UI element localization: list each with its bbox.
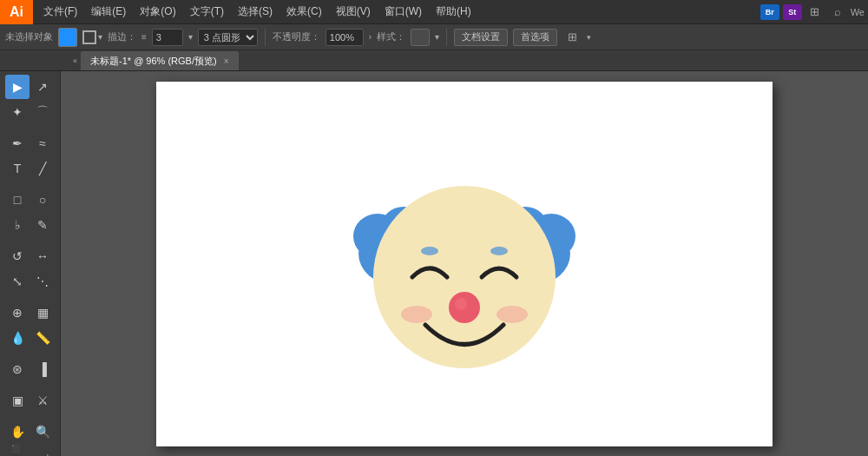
tool-row-7: ↺ ↔ xyxy=(5,244,55,268)
gradient-tool[interactable]: ▦ xyxy=(30,301,55,325)
select-tool[interactable]: ▶ xyxy=(5,75,30,99)
control-bar: 未选择对象 ▾ 描边： ≡ ▾ 3 点圆形 不透明度： › 样式： ▾ 文档设置… xyxy=(0,24,868,50)
lasso-tool[interactable]: ⌒ xyxy=(30,100,55,124)
tool-row-2: ✦ ⌒ xyxy=(5,100,55,124)
direct-select-tool[interactable]: ↗ xyxy=(30,75,55,99)
app-title: We xyxy=(851,7,865,17)
eyedropper-tool[interactable]: 💧 xyxy=(5,326,30,350)
stroke-color-btn[interactable] xyxy=(82,30,96,44)
svg-point-11 xyxy=(401,306,432,323)
stroke-width-input[interactable] xyxy=(152,29,183,46)
menu-object[interactable]: 对象(O) xyxy=(133,0,182,24)
doc-settings-btn[interactable]: 文档设置 xyxy=(454,29,508,46)
shear-tool[interactable]: ⋱ xyxy=(30,269,55,294)
artboard-tool[interactable]: ▣ xyxy=(5,388,30,413)
magic-wand-tool[interactable]: ✦ xyxy=(5,100,30,124)
tool-row-3: ✒ ≈ xyxy=(5,131,55,155)
rotate-tool[interactable]: ↺ xyxy=(5,244,30,268)
menu-items: 文件(F) 编辑(E) 对象(O) 文字(T) 选择(S) 效果(C) 视图(V… xyxy=(33,0,760,24)
menu-right: Br St ⊞ ⌕ We xyxy=(760,4,868,20)
type-tool[interactable]: T xyxy=(5,156,30,181)
stroke-dropdown-arrow[interactable]: ▾ xyxy=(98,32,102,42)
scale-tool[interactable]: ⤡ xyxy=(5,269,30,294)
measure-tool[interactable]: 📏 xyxy=(30,326,55,350)
grid-icon[interactable]: ⊞ xyxy=(806,4,825,20)
menu-select[interactable]: 选择(S) xyxy=(231,0,279,24)
main-area: ▶ ↗ ✦ ⌒ ✒ ≈ T ╱ □ ○ ♭ ✎ ↺ ↔ ⤡ xyxy=(0,71,868,456)
style-label: 样式： xyxy=(377,30,405,43)
pencil-tool[interactable]: ✎ xyxy=(30,213,55,237)
svg-point-8 xyxy=(490,247,508,255)
menu-file[interactable]: 文件(F) xyxy=(36,0,84,24)
tool-row-9: ⊕ ▦ xyxy=(5,301,55,325)
menu-window[interactable]: 窗口(W) xyxy=(378,0,429,24)
ellipse-tool[interactable]: ○ xyxy=(30,188,55,212)
divider-1 xyxy=(265,29,266,46)
shape-select[interactable]: 3 点圆形 xyxy=(198,29,258,46)
tool-row-10: 💧 📏 xyxy=(5,326,55,350)
tab-title: 未标题-1* @ 96% (RGB/预览) xyxy=(90,55,217,68)
tab-bar: « 未标题-1* @ 96% (RGB/预览) × xyxy=(0,50,868,71)
chart-tool[interactable]: ▐ xyxy=(30,357,55,381)
control-more-icon[interactable]: ⊞ xyxy=(562,30,582,45)
style-arrow[interactable]: ▾ xyxy=(435,32,439,42)
svg-point-10 xyxy=(455,298,467,310)
opacity-input[interactable] xyxy=(326,29,364,46)
tool-row-8: ⤡ ⋱ xyxy=(5,269,55,294)
bridge-badge[interactable]: Br xyxy=(760,4,779,20)
tool-row-1: ▶ ↗ xyxy=(5,75,55,99)
zoom-tool[interactable]: 🔍 xyxy=(30,420,55,444)
tool-row-12: ▣ ⚔ xyxy=(5,388,55,413)
tool-row-4: T ╱ xyxy=(5,156,55,181)
canvas-wrap xyxy=(156,82,773,446)
slice-tool[interactable]: ⚔ xyxy=(30,388,55,413)
canvas-area[interactable] xyxy=(61,71,868,456)
menu-effect[interactable]: 效果(C) xyxy=(279,0,329,24)
curvature-tool[interactable]: ≈ xyxy=(30,131,55,155)
no-selection-label: 未选择对象 xyxy=(5,30,53,43)
line-tool[interactable]: ╱ xyxy=(30,156,55,181)
document-tab[interactable]: 未标题-1* @ 96% (RGB/预览) × xyxy=(81,51,238,70)
menu-view[interactable]: 视图(V) xyxy=(329,0,378,24)
menu-bar: Ai 文件(F) 编辑(E) 对象(O) 文字(T) 选择(S) 效果(C) 视… xyxy=(0,0,868,24)
svg-point-12 xyxy=(496,306,528,323)
clown-illustration xyxy=(326,125,603,403)
stock-badge[interactable]: St xyxy=(783,4,802,20)
menu-edit[interactable]: 编辑(E) xyxy=(84,0,133,24)
shape-builder-tool[interactable]: ⊕ xyxy=(5,301,30,325)
stroke-up-arrow[interactable]: ≡ xyxy=(141,32,147,42)
opacity-arrow[interactable]: › xyxy=(369,32,372,42)
search-icon[interactable]: ⌕ xyxy=(828,4,847,20)
hand-tool[interactable]: ✋ xyxy=(5,420,30,444)
rect-tool[interactable]: □ xyxy=(5,188,30,212)
collapse-icon[interactable]: « xyxy=(69,56,81,65)
menu-help[interactable]: 帮助(H) xyxy=(429,0,478,24)
tool-row-6: ♭ ✎ xyxy=(5,213,55,237)
menu-type[interactable]: 文字(T) xyxy=(183,0,231,24)
svg-point-6 xyxy=(373,186,556,368)
stroke-label: 描边： xyxy=(108,30,136,43)
fill-color-btn[interactable] xyxy=(58,28,77,47)
opacity-label: 不透明度： xyxy=(273,30,320,43)
preferences-btn[interactable]: 首选项 xyxy=(513,29,557,46)
reset-colors-icon[interactable]: ⬛ xyxy=(11,445,20,453)
svg-point-7 xyxy=(421,247,438,255)
reflect-tool[interactable]: ↔ xyxy=(30,244,55,268)
pen-tool[interactable]: ✒ xyxy=(5,131,30,155)
tab-close-btn[interactable]: × xyxy=(224,56,229,66)
style-swatch[interactable] xyxy=(411,29,430,46)
tool-row-13: ✋ 🔍 xyxy=(5,420,55,444)
ai-logo: Ai xyxy=(0,0,33,24)
swap-colors-icon[interactable]: ⇄ xyxy=(43,453,49,456)
control-arrow-icon[interactable]: ▾ xyxy=(587,33,591,42)
brush-tool[interactable]: ♭ xyxy=(5,213,30,237)
tool-row-11: ⊛ ▐ xyxy=(5,357,55,381)
stroke-down-arrow[interactable]: ▾ xyxy=(188,32,193,42)
tool-row-5: □ ○ xyxy=(5,188,55,212)
left-toolbar: ▶ ↗ ✦ ⌒ ✒ ≈ T ╱ □ ○ ♭ ✎ ↺ ↔ ⤡ xyxy=(0,71,61,456)
divider-2 xyxy=(446,29,447,46)
symbol-tool[interactable]: ⊛ xyxy=(5,357,30,381)
